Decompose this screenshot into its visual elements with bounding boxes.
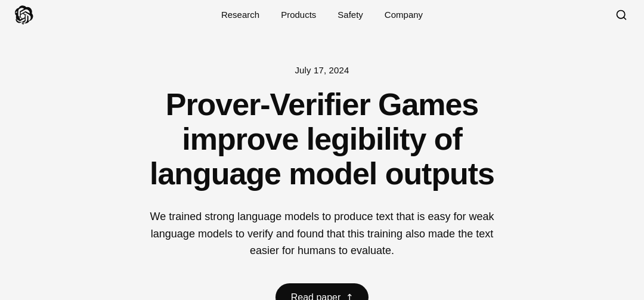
nav-right	[613, 7, 630, 23]
article-description: We trained strong language models to pro…	[149, 208, 495, 259]
svg-line-1	[624, 17, 626, 19]
nav-item-company[interactable]: Company	[385, 10, 423, 20]
arrow-icon: ↗	[342, 290, 356, 300]
nav-item-safety[interactable]: Safety	[338, 10, 363, 20]
openai-logo-icon	[14, 5, 33, 24]
logo[interactable]	[14, 5, 33, 24]
search-button[interactable]	[613, 7, 630, 23]
read-paper-label: Read paper	[291, 292, 341, 300]
read-paper-button[interactable]: Read paper ↗	[275, 283, 369, 300]
article-title: Prover-Verifier Games improve legibility…	[122, 87, 522, 191]
navbar: Research Products Safety Company	[0, 0, 644, 29]
nav-links: Research Products Safety Company	[221, 10, 423, 20]
content-wrapper: July 17, 2024 Prover-Verifier Games impr…	[107, 29, 537, 300]
article-date: July 17, 2024	[295, 65, 349, 75]
nav-item-products[interactable]: Products	[281, 10, 316, 20]
nav-item-research[interactable]: Research	[221, 10, 259, 20]
main-content: July 17, 2024 Prover-Verifier Games impr…	[0, 0, 644, 300]
search-icon	[615, 9, 627, 21]
